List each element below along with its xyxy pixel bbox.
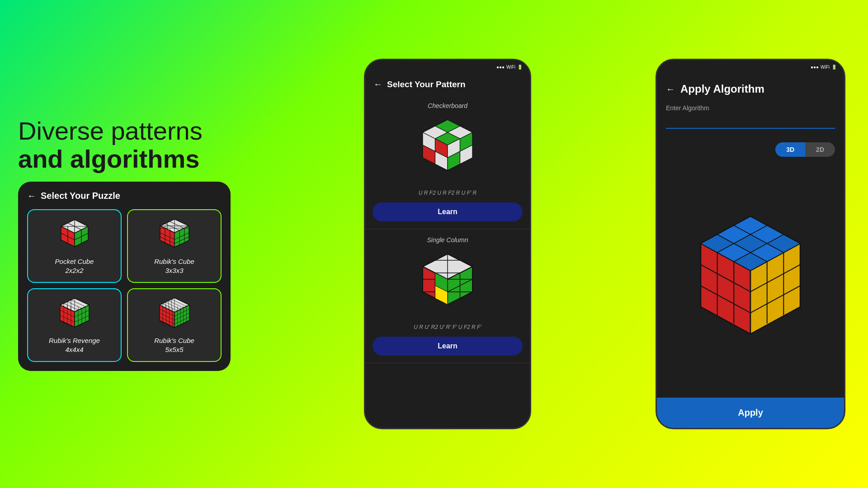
puzzle-item-3x3[interactable]: Rubik's Cube3x3x3	[127, 209, 222, 283]
mid-phone-header: ← Select Your Pattern	[365, 74, 530, 95]
learn-button-checkerboard[interactable]: Learn	[373, 202, 523, 221]
right-phone-header: ← Apply Algorithm	[657, 74, 844, 100]
cube-icon-4x4	[57, 296, 93, 333]
right-phone-mockup: ●●●WiFi🔋 ← Apply Algorithm Enter Algorit…	[656, 59, 845, 429]
mid-back-arrow[interactable]: ←	[373, 79, 382, 89]
right-back-arrow[interactable]: ←	[666, 84, 675, 94]
hero-line1: Diverse patterns	[18, 117, 203, 145]
right-phone-title: Apply Algorithm	[680, 83, 764, 95]
toggle-3d-button[interactable]: 3D	[775, 142, 805, 157]
toggle-2d-button[interactable]: 2D	[805, 142, 835, 157]
puzzle-item-2x2[interactable]: Pocket Cube2x2x2	[27, 209, 122, 283]
cube-icon-2x2	[57, 217, 93, 253]
mid-status-bar: ●●●WiFi🔋	[365, 60, 530, 74]
cube-icon-5x5	[156, 296, 193, 333]
single-column-cube-svg	[414, 250, 481, 318]
algo-input-section: Enter Algorithm	[657, 100, 844, 138]
left-back-arrow[interactable]: ←	[27, 191, 36, 201]
single-column-algorithm: U R U' R2 U' R' F' U F2 R F'	[414, 324, 481, 330]
pattern-card-single-column: Single Column	[365, 229, 530, 363]
checkerboard-cube-svg	[414, 116, 481, 184]
right-status-bar: ●●●WiFi🔋	[657, 60, 844, 74]
checkerboard-algorithm: U R F2 U R F2 R U F' R	[419, 190, 476, 196]
hero-line2: and algorithms	[18, 145, 199, 173]
learn-button-single-column[interactable]: Learn	[373, 337, 523, 356]
puzzle-item-4x4[interactable]: Rubik's Revenge4x4x4	[27, 288, 122, 362]
algo-input[interactable]	[666, 114, 835, 129]
apply-button[interactable]: Apply	[657, 398, 844, 428]
pattern-name-checkerboard: Checkerboard	[428, 102, 467, 109]
right-section: ●●●WiFi🔋 ← Apply Algorithm Enter Algorit…	[656, 59, 850, 429]
middle-section: ●●●WiFi🔋 ← Select Your Pattern Checkerbo…	[364, 59, 536, 429]
puzzle-label-3x3: Rubik's Cube3x3x3	[154, 257, 194, 275]
pattern-name-single-column: Single Column	[427, 236, 468, 244]
puzzle-grid: Pocket Cube2x2x2	[27, 209, 222, 362]
view-toggle: 3D 2D	[657, 138, 844, 161]
left-section: Diverse patterns and algorithms ← Select…	[18, 117, 244, 371]
puzzle-label-5x5: Rubik's Cube5x5x5	[154, 336, 194, 354]
mid-phone-title: Select Your Pattern	[387, 80, 466, 89]
algo-label: Enter Algorithm	[666, 104, 835, 112]
right-status-icons: ●●●WiFi🔋	[811, 65, 837, 70]
left-phone-mockup: ← Select Your Puzzle	[18, 182, 231, 371]
puzzle-item-5x5[interactable]: Rubik's Cube5x5x5	[127, 288, 222, 362]
puzzle-label-4x4: Rubik's Revenge4x4x4	[49, 336, 100, 354]
mid-phone-mockup: ●●●WiFi🔋 ← Select Your Pattern Checkerbo…	[364, 59, 531, 429]
status-icons: ●●●WiFi🔋	[496, 65, 523, 70]
cube-3d-area	[657, 161, 844, 398]
checkerboard-cube-area	[411, 114, 484, 186]
main-cube-3d-svg	[678, 207, 823, 352]
hero-text: Diverse patterns and algorithms	[18, 117, 244, 173]
cube-icon-3x3	[156, 217, 193, 253]
left-phone-header: ← Select Your Puzzle	[27, 191, 222, 201]
pattern-card-checkerboard: Checkerboard	[365, 95, 530, 229]
single-column-cube-area	[411, 248, 484, 320]
pattern-section: Checkerboard	[365, 95, 530, 428]
puzzle-label-2x2: Pocket Cube2x2x2	[55, 257, 94, 275]
left-phone-title: Select Your Puzzle	[41, 191, 120, 201]
